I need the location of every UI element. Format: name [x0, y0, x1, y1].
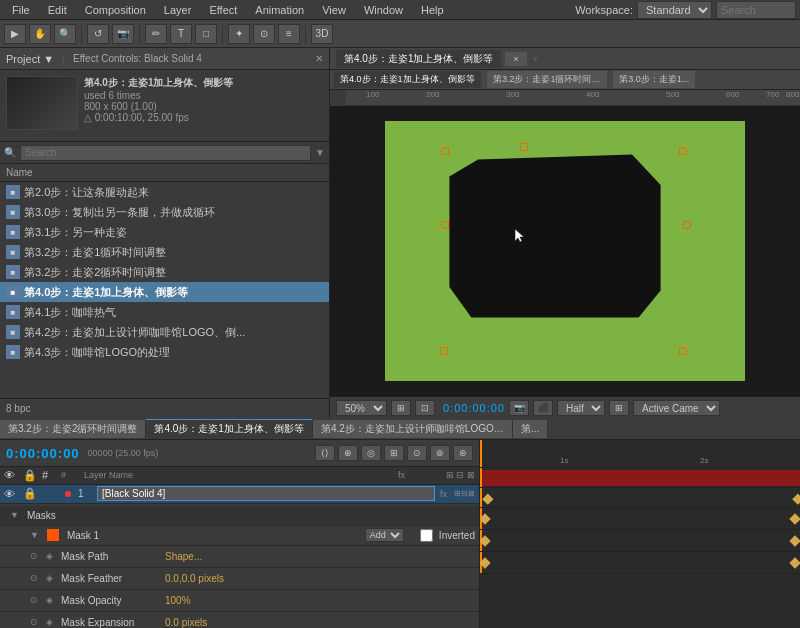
search-input[interactable]: [716, 1, 796, 19]
menu-window[interactable]: Window: [356, 2, 411, 18]
toolbar-sep-3: [222, 25, 223, 43]
tool-pen[interactable]: ✏: [145, 24, 167, 44]
tool-hand[interactable]: ✋: [29, 24, 51, 44]
col-eye: 👁: [4, 469, 20, 481]
list-item[interactable]: ■ 第2.0步：让这条腿动起来: [0, 182, 329, 202]
tool-text[interactable]: T: [170, 24, 192, 44]
layer-fx-btn[interactable]: fx: [440, 489, 447, 499]
track-row-opacity: [480, 530, 800, 552]
timeline-ctrl-6[interactable]: ⊚: [430, 445, 450, 461]
timeline-tab-2-active[interactable]: 第4.0步：走姿1加上身体、倒影等: [146, 419, 312, 438]
timeline-tab-4[interactable]: 第...: [513, 420, 548, 438]
timeline-ctrl-3[interactable]: ◎: [361, 445, 381, 461]
list-item[interactable]: ■ 第3.2步：走姿2循环时间调整: [0, 262, 329, 282]
tool-select[interactable]: ▶: [4, 24, 26, 44]
tool-roto[interactable]: ⊙: [253, 24, 275, 44]
list-item[interactable]: ■ 第3.1步：另一种走姿: [0, 222, 329, 242]
zoom-dropdown[interactable]: 50%: [336, 400, 387, 416]
mask-path-icon: ◈: [46, 551, 53, 561]
comp-tab-active[interactable]: 第4.0步：走姿1加上身体、倒影等: [336, 50, 501, 68]
quality-dropdown[interactable]: Half: [557, 400, 605, 416]
list-item[interactable]: ■ 第3.0步：复制出另一条腿，并做成循环: [0, 202, 329, 222]
menu-view[interactable]: View: [314, 2, 354, 18]
menu-file[interactable]: File: [4, 2, 38, 18]
mask1-expand-icon[interactable]: ▼: [30, 530, 39, 540]
mask-opacity-value[interactable]: 100%: [165, 595, 191, 606]
mask-feather-stopwatch[interactable]: ⊙: [30, 573, 38, 583]
lock-toggle[interactable]: 🔒: [23, 487, 39, 500]
transform-handle-tr[interactable]: [679, 147, 687, 155]
timeline-ctrl-4[interactable]: ⊞: [384, 445, 404, 461]
nav-tab-2[interactable]: 第3.2步：走姿1循环时间调整: [487, 71, 607, 88]
menu-animation[interactable]: Animation: [247, 2, 312, 18]
mask-expansion-value[interactable]: 0.0 pixels: [165, 617, 207, 628]
menu-composition[interactable]: Composition: [77, 2, 154, 18]
list-item-active[interactable]: ■ 第4.0步：走姿1加上身体、倒影等: [0, 282, 329, 302]
tool-3d[interactable]: 3D: [311, 24, 333, 44]
comp-tab-2[interactable]: ×: [505, 52, 526, 66]
transparency-btn[interactable]: ⬛: [533, 400, 553, 416]
tool-shape[interactable]: □: [195, 24, 217, 44]
project-item-used: used 6 times: [84, 90, 323, 101]
inverted-label: Inverted: [439, 530, 475, 541]
timeline-tab-1[interactable]: 第3.2步：走姿2循环时间调整: [0, 420, 146, 438]
mask-mode-dropdown[interactable]: Add: [365, 528, 404, 542]
time-mark-1s: 1s: [560, 456, 568, 465]
transform-handle-bl[interactable]: [440, 347, 448, 355]
mask-opacity-stopwatch[interactable]: ⊙: [30, 595, 38, 605]
layer-switches[interactable]: ⊞⊟⊠: [454, 489, 475, 498]
mask-expansion-icon: ◈: [46, 617, 53, 627]
transform-handle-tl[interactable]: [441, 147, 449, 155]
transform-handle-ml[interactable]: [441, 221, 449, 229]
comp-bottom-toolbar: 50% ⊞ ⊡ 0:00:00:00 📷 ⬛ Half ⊞ Active Cam…: [330, 396, 800, 418]
timeline-ctrl-5[interactable]: ⊙: [407, 445, 427, 461]
menu-edit[interactable]: Edit: [40, 2, 75, 18]
view-options-btn[interactable]: ⊞: [609, 400, 629, 416]
tool-align[interactable]: ≡: [278, 24, 300, 44]
effect-controls-title: Effect Controls: Black Solid 4: [73, 53, 202, 64]
nav-tab-3[interactable]: 第3.0步：走姿1...: [613, 71, 695, 88]
workspace-dropdown[interactable]: Standard: [637, 1, 712, 19]
transform-handle-tc[interactable]: [520, 143, 528, 151]
tool-puppet[interactable]: ✦: [228, 24, 250, 44]
list-item[interactable]: ■ 第4.1步：咖啡热气: [0, 302, 329, 322]
tool-rotate[interactable]: ↺: [87, 24, 109, 44]
snapshot-btn[interactable]: 📷: [509, 400, 529, 416]
nav-tab-1[interactable]: 第4.0步：走姿1加上身体、倒影等: [334, 71, 481, 88]
tool-camera[interactable]: 📷: [112, 24, 134, 44]
timeline-tab-3[interactable]: 第4.2步：走姿加上设计师咖啡馆LOGO、倒影...: [313, 420, 513, 438]
list-item[interactable]: ■ 第4.2步：走姿加上设计师咖啡馆LOGO、倒...: [0, 322, 329, 342]
visibility-toggle[interactable]: 👁: [4, 488, 20, 500]
transform-handle-br[interactable]: [679, 347, 687, 355]
horizontal-ruler: 100 200 300 400 500 600 700 800: [346, 90, 800, 106]
masks-expand-icon[interactable]: ▼: [10, 510, 19, 520]
timeline-ctrl-2[interactable]: ⊕: [338, 445, 358, 461]
transform-handle-mr[interactable]: [683, 221, 691, 229]
mask-path-stopwatch[interactable]: ⊙: [30, 551, 38, 561]
mask-feather-value[interactable]: 0.0,0.0 pixels: [165, 573, 224, 584]
mask-path-value[interactable]: Shape...: [165, 551, 202, 562]
snap-btn[interactable]: ⊡: [415, 400, 435, 416]
timeline-ctrl-7[interactable]: ⊛: [453, 445, 473, 461]
project-search-input[interactable]: [20, 145, 311, 161]
comp-icon: ■: [6, 205, 20, 219]
list-item[interactable]: ■ 第3.2步：走姿1循环时间调整: [0, 242, 329, 262]
menu-effect[interactable]: Effect: [201, 2, 245, 18]
list-item[interactable]: ■ 第4.3步：咖啡馆LOGO的处理: [0, 342, 329, 362]
menu-help[interactable]: Help: [413, 2, 452, 18]
panel-close-btn[interactable]: ✕: [315, 53, 323, 64]
playhead-indicator: [480, 440, 482, 467]
tool-zoom[interactable]: 🔍: [54, 24, 76, 44]
view-dropdown[interactable]: Active Came: [633, 400, 720, 416]
inverted-checkbox[interactable]: [420, 529, 433, 542]
menu-layer[interactable]: Layer: [156, 2, 200, 18]
project-panel-title: Project ▼: [6, 53, 54, 65]
file-list: Name ■ 第2.0步：让这条腿动起来 ■ 第3.0步：复制出另一条腿，并做成…: [0, 164, 329, 398]
timeline-ctrl-1[interactable]: ⟨⟩: [315, 445, 335, 461]
masks-header-row: ▼ Masks: [0, 506, 479, 526]
mask-feather-row: ⊙ ◈ Mask Feather 0.0,0.0 pixels: [0, 568, 479, 590]
layer-name-field[interactable]: [Black Solid 4]: [97, 486, 435, 501]
fit-btn[interactable]: ⊞: [391, 400, 411, 416]
mask-expansion-stopwatch[interactable]: ⊙: [30, 617, 38, 627]
search-options-icon[interactable]: ▼: [315, 147, 325, 158]
